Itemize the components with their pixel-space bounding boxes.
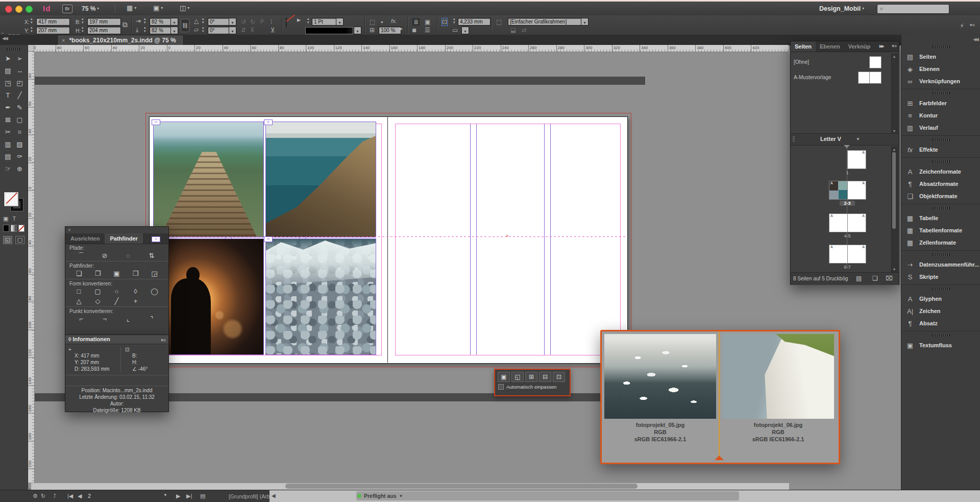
pages-scrollbar[interactable]: ▲ ▼ [891,147,898,272]
convert-point-icon[interactable]: ¬ [93,314,116,324]
last-page-icon[interactable]: ▶| [186,493,192,499]
corner-shape-icon[interactable]: ▭ [452,27,458,34]
preflight-status[interactable]: Preflight aus ▼ [357,493,403,499]
delete-page-icon[interactable]: ⌧ [886,275,893,282]
stroke-type-dropdown[interactable] [354,27,361,34]
zoom-level-dropdown[interactable]: 75 % [82,5,99,12]
scale-y-dropdown[interactable] [170,27,178,34]
dock-panel-button[interactable]: ◈Ebenen [901,63,980,75]
dock-grip[interactable] [933,334,950,337]
close-tab-icon[interactable]: × [62,37,65,43]
gap-tool[interactable]: ↔ [14,65,26,76]
constrain-dimensions-icon[interactable]: ⧉ [122,20,128,29]
dock-grip[interactable] [933,160,950,163]
scroll-left-icon[interactable]: ◀ [272,493,276,498]
convert-shape-icon[interactable]: ◊ [126,286,145,296]
minimize-window-button[interactable] [15,6,22,13]
scrollbar-thumb[interactable] [356,491,739,500]
first-page-icon[interactable]: |◀ [67,493,73,499]
image-frame-boardwalk[interactable] [153,122,264,237]
wrap-bounding-icon[interactable]: ▣ [425,18,430,26]
search-input[interactable] [889,6,948,14]
image-frame-sunset-person[interactable] [153,238,264,355]
dock-panel-button[interactable]: ¶Absatzformate [901,178,980,190]
page-label-1[interactable]: 1 [840,170,855,175]
opacity-flyout-arrow[interactable]: ▶ [399,26,403,31]
dock-panel-button[interactable]: ▦Zellenformate [901,236,980,249]
page-menu-icon[interactable]: ▤ [200,493,205,499]
dock-panel-button[interactable]: AGlyphen [901,293,980,305]
flip-vertical-icon[interactable]: ⇵ [241,27,246,34]
constrain-scale-chain-icon[interactable]: ⛓ [181,19,189,32]
convert-shape-icon[interactable]: ◇ [88,296,107,306]
format-text-icon[interactable]: T [12,216,16,222]
tab-ebenen[interactable]: Ebenen [816,41,844,52]
object-style-dropdown[interactable] [581,18,589,26]
dock-panel-button[interactable]: ¶Absatz [901,317,980,329]
page-thumbnail-7[interactable]: A [847,245,866,264]
preview-options-icon[interactable]: ⇄ [522,27,527,34]
zoom-window-button[interactable] [26,6,33,13]
note-tool[interactable]: ▤ [2,151,14,162]
normal-view-icon[interactable]: ◱ [3,236,12,244]
select-container-icon[interactable]: ⊼ [250,27,255,34]
bridge-button[interactable]: Br [62,5,72,13]
x-field[interactable]: 417 mm [36,18,70,26]
master-row-mustervorlage[interactable]: A-Mustervorlage [791,70,886,85]
convert-shape-icon[interactable]: ◯ [145,286,164,296]
free-transform-tool[interactable]: ⌗ [14,127,26,137]
dock-panel-button[interactable]: ≡Kontur [901,109,980,122]
convert-point-icon[interactable]: ⌞ [116,314,140,324]
dock-panel-button[interactable]: ⇢Datenzusammenführ... [901,258,980,271]
frame-fitting-icon[interactable]: ⬚ [496,18,502,26]
corner-shape-dropdown[interactable] [461,27,469,34]
masters-scrollbar[interactable]: ▲ ▼ [891,54,898,134]
pencil-tool[interactable]: ✎ [14,102,26,113]
corner-options-icon[interactable]: ⊡ [442,18,447,26]
scale-x-dropdown[interactable] [170,18,178,26]
link-badge-icon[interactable]: ∞ [264,119,273,125]
stroke-type-swatch[interactable] [305,27,353,34]
share-icon[interactable]: ⤴ [53,493,56,499]
gradient-feather-tool[interactable]: ▨ [14,139,26,150]
dock-grip[interactable] [933,288,950,290]
structure-toggle-icon[interactable]: ⚙ [33,493,38,499]
scissors-tool[interactable]: ✂ [2,127,14,137]
dock-panel-button[interactable]: ∞Verknüpfungen [901,75,980,87]
dock-grip[interactable] [933,92,950,94]
frame-tool[interactable]: ⊠ [2,114,14,125]
corner-radius-field[interactable]: 4,233 mm [458,18,491,26]
path-operation-icon[interactable]: ◌ [116,251,140,260]
preview-view-icon[interactable]: ▢ [15,236,24,244]
master-thumbnail[interactable] [869,71,881,84]
height-field[interactable]: 204 mm [87,27,121,34]
page-label-2-3[interactable]: 2-3 [840,201,855,206]
scroll-up-icon[interactable]: ▲ [892,55,896,58]
page-thumbnail-3[interactable]: A [847,181,866,200]
page-thumbnail-5[interactable]: A [847,213,866,232]
info-panel-header[interactable]: ◊ Informationen ▾≡ [65,335,168,344]
dock-grip[interactable] [933,253,950,256]
zoom-tool[interactable]: ⊕ [14,163,26,174]
direct-selection-tool[interactable]: ➢ [14,53,26,64]
select-previous-icon[interactable]: ⊻ [271,27,275,34]
flip-horizontal-icon[interactable]: P [260,18,264,25]
scroll-down-icon[interactable]: ▼ [892,268,896,271]
rectangle-tool[interactable]: ▢ [14,114,26,125]
page-thumbnail-6[interactable]: A [829,245,848,264]
dock-grip[interactable] [933,207,950,209]
edit-page-size-icon[interactable]: ▤ [856,275,862,282]
path-operation-icon[interactable]: ⊘ [93,251,116,260]
dock-panel-button[interactable]: ▣Textumfluss [901,339,980,351]
pathfinder-operation-icon[interactable]: ❏ [69,269,88,278]
eyedropper-tool[interactable]: ✑ [14,151,26,162]
apply-gradient-icon[interactable] [11,225,17,232]
ruler-origin-corner[interactable] [28,45,34,52]
fitting-option-icon[interactable]: ▣ [498,372,510,382]
pathfinder-operation-icon[interactable]: ❐ [88,269,107,278]
fill-swatch[interactable] [4,192,18,206]
rotation-field[interactable]: 0° [208,18,231,26]
fitting-option-icon[interactable]: ⊞ [525,372,537,382]
page-label-6-7[interactable]: 6-7 [840,265,855,270]
hand-tool[interactable]: ☞ [2,163,14,174]
